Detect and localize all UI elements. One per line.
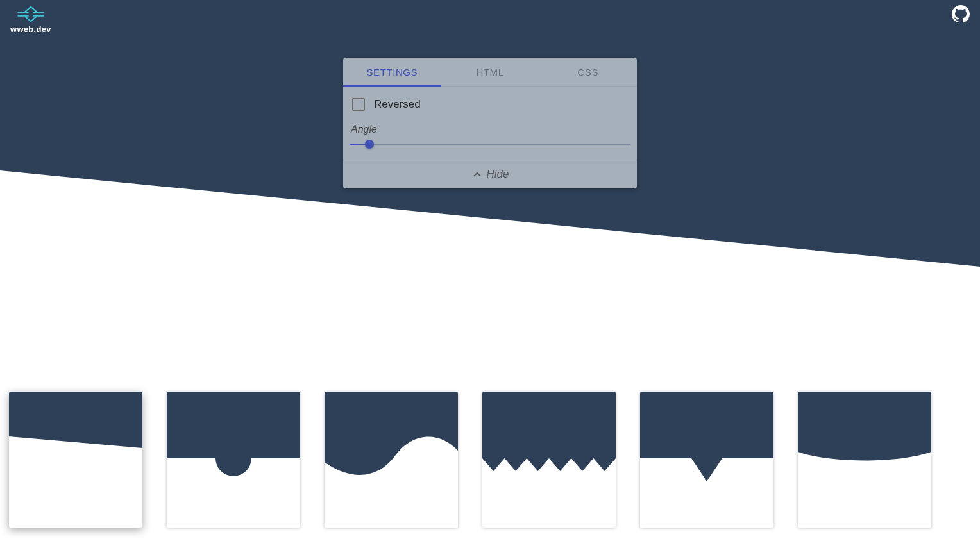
tab-settings[interactable]: SETTINGS <box>343 58 441 86</box>
tab-html[interactable]: HTML <box>441 58 539 86</box>
thumb-triangle[interactable] <box>640 392 773 528</box>
thumb-curve-icon <box>798 392 931 469</box>
settings-body: Reversed Angle <box>343 87 637 160</box>
thumb-wave-icon <box>325 392 458 488</box>
tabs: SETTINGS HTML CSS <box>343 58 637 87</box>
reversed-checkbox-row[interactable]: Reversed <box>350 96 630 121</box>
thumb-skew[interactable] <box>9 392 142 528</box>
github-link[interactable] <box>952 5 970 26</box>
thumb-triangle-icon <box>640 392 773 488</box>
settings-panel: SETTINGS HTML CSS Reversed Angle <box>343 58 637 188</box>
thumb-skew-icon <box>9 392 142 462</box>
thumb-zigzag-icon <box>482 392 616 481</box>
slider-track <box>350 144 630 145</box>
angle-label: Angle <box>350 124 630 135</box>
logo-icon <box>15 5 46 23</box>
slider-thumb[interactable] <box>365 140 374 149</box>
separator-thumbnails <box>0 392 980 528</box>
hero-preview: wweb.dev SETTINGS HTML CSS Reversed Angl… <box>0 0 980 372</box>
hide-label: Hide <box>487 168 509 181</box>
github-icon <box>952 5 970 23</box>
hide-toggle[interactable]: Hide <box>343 160 637 188</box>
thumb-semi-circle[interactable] <box>167 392 300 528</box>
thumb-zigzag[interactable] <box>482 392 616 528</box>
svg-marker-5 <box>9 392 142 448</box>
brand-name: wweb.dev <box>10 24 51 34</box>
chevron-up-icon <box>471 169 483 180</box>
thumb-curve[interactable] <box>798 392 931 528</box>
brand-logo[interactable]: wweb.dev <box>10 5 51 34</box>
reversed-checkbox[interactable] <box>352 98 365 111</box>
thumb-semi-circle-icon <box>167 392 300 481</box>
reversed-label: Reversed <box>374 98 421 111</box>
thumb-wave[interactable] <box>325 392 458 528</box>
tab-css[interactable]: CSS <box>539 58 637 86</box>
topbar: wweb.dev <box>0 0 980 39</box>
angle-slider[interactable] <box>350 137 630 152</box>
